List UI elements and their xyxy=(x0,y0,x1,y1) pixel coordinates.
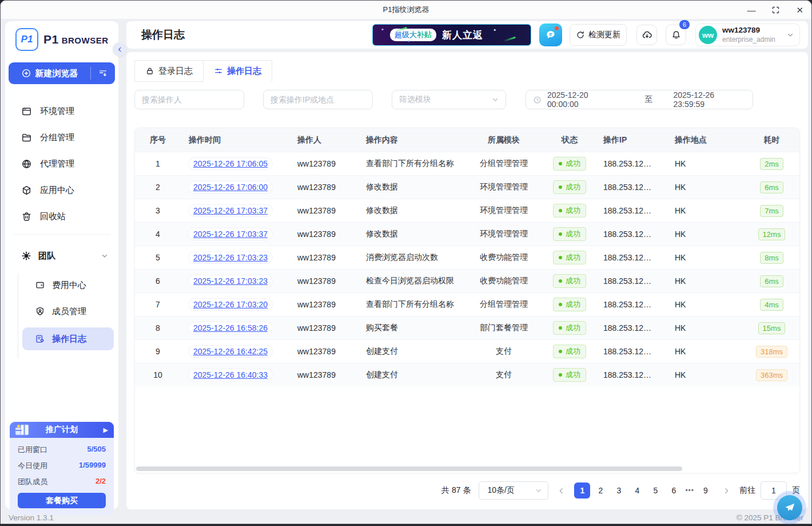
operation-time-link[interactable]: 2025-12-26 17:03:23 xyxy=(189,252,272,263)
table-header-row: 序号操作时间操作人操作内容所属模块状态操作IP操作地点耗时 xyxy=(135,128,799,152)
helper-app-icon[interactable] xyxy=(539,23,562,46)
cell-index: 3 xyxy=(135,206,181,215)
buy-plan-button[interactable]: 套餐购买 xyxy=(18,493,106,508)
cell-location: HK xyxy=(667,300,744,309)
sidebar-item-team[interactable]: 团队 xyxy=(5,246,118,266)
pagination-page-3[interactable]: 3 xyxy=(611,483,627,499)
cell-content: 购买套餐 xyxy=(358,323,464,333)
status-badge: 成功 xyxy=(553,368,586,382)
cell-module: 环境管理管理 xyxy=(464,205,544,216)
operation-time-link[interactable]: 2025-12-26 16:42:25 xyxy=(189,346,272,357)
duration-badge: 2ms xyxy=(760,158,783,170)
window-icon xyxy=(21,106,32,117)
status-badge: 成功 xyxy=(553,274,586,288)
close-button[interactable]: ✕ xyxy=(796,6,803,14)
cell-operator: ww123789 xyxy=(289,347,358,356)
cell-operator: ww123789 xyxy=(289,323,358,333)
tab-login-log[interactable]: 登录日志 xyxy=(134,60,203,82)
search-operator-input[interactable] xyxy=(134,90,244,109)
operation-time-link[interactable]: 2025-12-26 16:58:26 xyxy=(189,322,272,334)
window-title: P1指纹浏览器 xyxy=(1,1,811,19)
sidebar-item-recycle[interactable]: 回收站 xyxy=(5,203,118,230)
pagination-ellipsis[interactable]: ••• xyxy=(684,487,695,495)
log-gear-icon xyxy=(35,334,45,344)
operation-time-link[interactable]: 2025-12-26 17:03:20 xyxy=(189,299,272,310)
sidebar-item-label: 应用中心 xyxy=(40,185,74,196)
page-size-select[interactable]: 10条/页 xyxy=(479,481,548,500)
user-name: ww123789 xyxy=(722,26,782,35)
module-filter-select[interactable]: 筛选模块 xyxy=(392,90,506,109)
date-start[interactable]: 2025-12-20 00:00:00 xyxy=(547,90,620,109)
promo-ad-banner[interactable]: ✦ ✦ ✦ 超级大补贴 新人立返 xyxy=(372,24,531,46)
status-badge: 成功 xyxy=(553,345,586,358)
refresh-icon xyxy=(576,30,585,39)
next-page-button[interactable] xyxy=(722,487,731,495)
duration-badge: 15ms xyxy=(758,322,786,334)
sidebar-item-label: 环境管理 xyxy=(40,106,74,117)
promo-banner[interactable]: 推广计划 ▶ xyxy=(10,422,114,438)
check-update-button[interactable]: 检测更新 xyxy=(570,24,627,46)
chevron-down-icon xyxy=(492,96,499,103)
cell-content: 检查今日浏览器启动权限 xyxy=(358,276,464,286)
operation-time-link[interactable]: 2025-12-26 16:40:33 xyxy=(189,369,272,381)
operation-time-link[interactable]: 2025-12-26 17:06:05 xyxy=(189,158,272,169)
pagination-page-5[interactable]: 5 xyxy=(647,483,663,499)
search-ip-input[interactable] xyxy=(263,90,373,109)
pagination-page-2[interactable]: 2 xyxy=(592,483,608,499)
duration-badge: 6ms xyxy=(760,275,783,287)
cell-duration: 7ms xyxy=(744,205,799,217)
minimize-button[interactable]: — xyxy=(747,6,755,14)
cube-icon xyxy=(21,185,32,196)
horizontal-scrollbar[interactable] xyxy=(136,466,682,471)
operation-time-link[interactable]: 2025-12-26 17:03:37 xyxy=(189,228,272,240)
new-browser-button[interactable]: 新建浏览器 xyxy=(9,62,115,84)
operation-time-link[interactable]: 2025-12-26 17:06:00 xyxy=(189,181,272,193)
cloud-download-icon xyxy=(642,30,652,41)
cell-ip: 188.253.12… xyxy=(595,347,667,356)
table-row: 72025-12-26 17:03:20ww123789查看部门下所有分组名称分… xyxy=(135,292,799,316)
page-size-value: 10条/页 xyxy=(487,485,514,496)
pagination-page-9[interactable]: 9 xyxy=(698,483,714,499)
page-header: 操作日志 ✦ ✦ ✦ 超级大补贴 新人立返 检测更新 6 ww ww1 xyxy=(126,21,808,49)
download-button[interactable] xyxy=(636,25,657,45)
cell-ip: 188.253.12… xyxy=(595,230,667,239)
lock-icon xyxy=(145,66,154,76)
table-row: 12025-12-26 17:06:05ww123789查看部门下所有分组名称分… xyxy=(135,152,799,175)
column-header: 操作人 xyxy=(289,135,358,145)
pagination-page-1[interactable]: 1 xyxy=(574,483,590,499)
cell-location: HK xyxy=(667,159,744,168)
cell-status: 成功 xyxy=(544,157,595,171)
cell-status: 成功 xyxy=(544,274,595,288)
sidebar-item-proxy[interactable]: 代理管理 xyxy=(5,151,118,177)
sidebar-item-environment[interactable]: 环境管理 xyxy=(5,98,118,124)
date-range-picker[interactable]: 2025-12-20 00:00:00 至 2025-12-26 23:59:5… xyxy=(526,90,753,109)
pagination-bar: 共 87 条 10条/页 123456•••9 前往 页 xyxy=(134,480,800,501)
duration-badge: 7ms xyxy=(760,205,783,217)
operation-time-link[interactable]: 2025-12-26 17:03:37 xyxy=(189,205,272,216)
column-header: 操作内容 xyxy=(358,135,464,145)
user-menu[interactable]: ww ww123789 enterprise_admin xyxy=(695,23,800,46)
duration-badge: 6ms xyxy=(760,181,783,193)
cell-index: 8 xyxy=(135,323,181,333)
clock-icon xyxy=(533,96,542,104)
pagination-page-4[interactable]: 4 xyxy=(629,483,645,499)
cell-time: 2025-12-26 16:40:33 xyxy=(181,370,289,379)
date-end[interactable]: 2025-12-26 23:59:59 xyxy=(674,90,746,109)
prev-page-button[interactable] xyxy=(556,487,566,495)
cell-operator: ww123789 xyxy=(289,253,358,262)
operation-time-link[interactable]: 2025-12-26 17:03:23 xyxy=(189,275,272,287)
sidebar-item-groups[interactable]: 分组管理 xyxy=(5,124,118,151)
sidebar-subitem-members[interactable]: 成员管理 xyxy=(22,301,114,322)
cell-ip: 188.253.12… xyxy=(595,159,667,168)
telegram-float-button[interactable] xyxy=(773,491,806,524)
sidebar-subitem-billing[interactable]: 费用中心 xyxy=(22,275,114,295)
pagination-page-6[interactable]: 6 xyxy=(666,483,682,499)
cell-duration: 12ms xyxy=(744,228,799,240)
sidebar-collapse-button[interactable] xyxy=(113,42,126,56)
cell-time: 2025-12-26 17:03:23 xyxy=(181,253,289,262)
sidebar-item-apps[interactable]: 应用中心 xyxy=(5,177,118,203)
import-browser-button[interactable] xyxy=(91,68,115,78)
tab-operation-log[interactable]: 操作日志 xyxy=(203,60,272,82)
sidebar-subitem-operation-log[interactable]: 操作日志 xyxy=(22,327,114,350)
maximize-icon[interactable] xyxy=(771,6,780,14)
